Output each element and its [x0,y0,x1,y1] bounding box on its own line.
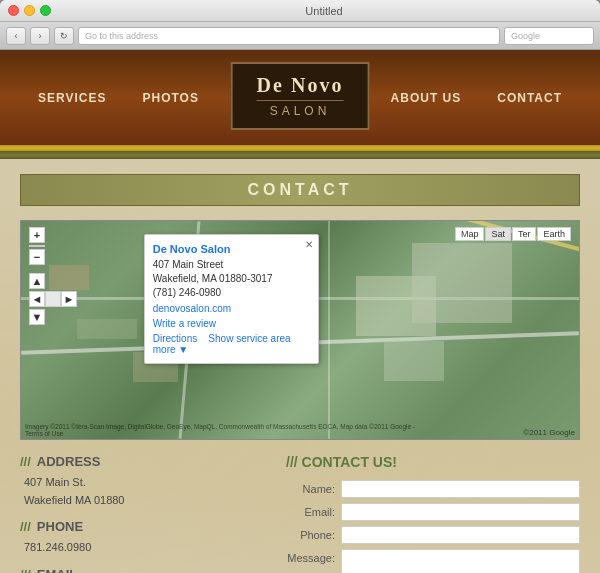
site-wrapper: SERVICES PHOTOS De Novo SALON ABOUT US C… [0,50,600,573]
popup-address: 407 Main Street Wakefield, MA 01880-3017… [153,258,310,300]
browser-window: Untitled ‹ › ↻ Go to this address Google… [0,0,600,573]
phone-heading: /// PHONE [20,519,272,534]
email-input[interactable] [341,503,580,521]
popup-website[interactable]: denovosalon.com [153,303,310,314]
refresh-button[interactable]: ↻ [54,27,74,45]
phone-row: Phone: [286,526,580,544]
close-button[interactable] [8,5,19,16]
popup-service-link[interactable]: Show service area [208,333,290,344]
map-road [328,221,330,439]
address-bar[interactable]: Go to this address [78,27,500,45]
phone-label: Phone: [286,529,341,541]
nav-services[interactable]: SERVICES [20,91,124,105]
search-bar[interactable]: Google [504,27,594,45]
email-row: Email: [286,503,580,521]
site-header: SERVICES PHOTOS De Novo SALON ABOUT US C… [0,50,600,145]
pan-right-button[interactable]: ► [61,291,77,307]
browser-toolbar: ‹ › ↻ Go to this address Google [0,22,600,50]
left-column: /// ADDRESS 407 Main St. Wakefield MA 01… [20,454,272,573]
map-type-ter[interactable]: Ter [512,227,537,241]
browser-titlebar: Untitled [0,0,600,22]
logo-subtitle: SALON [257,104,344,118]
nav-right: ABOUT US CONTACT [373,91,580,105]
map-type-map[interactable]: Map [455,227,485,241]
content-area: CONTACT [0,159,600,573]
zoom-in-button[interactable]: + [29,227,45,243]
logo-name: De Novo [257,74,344,97]
form-title: /// CONTACT US! [286,454,580,470]
address-content: 407 Main St. Wakefield MA 01880 [24,474,272,509]
page-title-bar: CONTACT [20,174,580,206]
pan-left-button[interactable]: ◄ [29,291,45,307]
address-heading: /// ADDRESS [20,454,272,469]
nav-left: SERVICES PHOTOS [20,91,217,105]
message-label: Message: [286,552,341,564]
message-input[interactable] [341,549,580,573]
pan-up-button[interactable]: ▲ [29,273,45,289]
nav-photos[interactable]: PHOTOS [124,91,216,105]
map-popup: De Novo Salon ✕ 407 Main Street Wakefiel… [144,234,319,364]
map-type-earth[interactable]: Earth [537,227,571,241]
site-logo[interactable]: De Novo SALON [231,62,370,130]
nav-about[interactable]: ABOUT US [373,91,480,105]
popup-more-link[interactable]: more ▼ [153,344,188,355]
name-label: Name: [286,483,341,495]
name-row: Name: [286,480,580,498]
minimize-button[interactable] [24,5,35,16]
map-type-buttons: Map Sat Ter Earth [455,227,571,241]
contact-form: /// CONTACT US! Name: Email: Phone: [286,454,580,573]
popup-title: De Novo Salon [153,243,310,255]
popup-close-button[interactable]: ✕ [305,239,313,250]
email-label: Email: [286,506,341,518]
popup-review-link[interactable]: Write a review [153,318,310,329]
page-title: CONTACT [247,181,352,198]
nav-contact[interactable]: CONTACT [479,91,580,105]
map-type-sat[interactable]: Sat [485,227,511,241]
map-container[interactable]: 📍 De Novo Salon ✕ 407 Main Street Wakefi… [20,220,580,440]
logo-divider [257,100,344,101]
phone-input[interactable] [341,526,580,544]
maximize-button[interactable] [40,5,51,16]
email-heading: /// EMAIL [20,567,272,573]
pan-down-button[interactable]: ▼ [29,309,45,325]
phone-content: 781.246.0980 [24,539,272,557]
popup-actions: Directions Show service area more ▼ [153,333,310,355]
map-attribution: ©2011 Google [523,428,575,437]
name-input[interactable] [341,480,580,498]
back-button[interactable]: ‹ [6,27,26,45]
map-controls: + − ▲ ◄ ► ▼ [29,227,77,327]
message-row: Message: [286,549,580,573]
popup-directions-link[interactable]: Directions [153,333,197,344]
bottom-columns: /// ADDRESS 407 Main St. Wakefield MA 01… [20,454,580,573]
forward-button[interactable]: › [30,27,50,45]
zoom-out-button[interactable]: − [29,249,45,265]
browser-title: Untitled [56,5,592,17]
olive-divider [0,151,600,159]
map-footer-text: Imagery ©2011 ©tera-Scan Image, DigitalG… [25,423,416,437]
